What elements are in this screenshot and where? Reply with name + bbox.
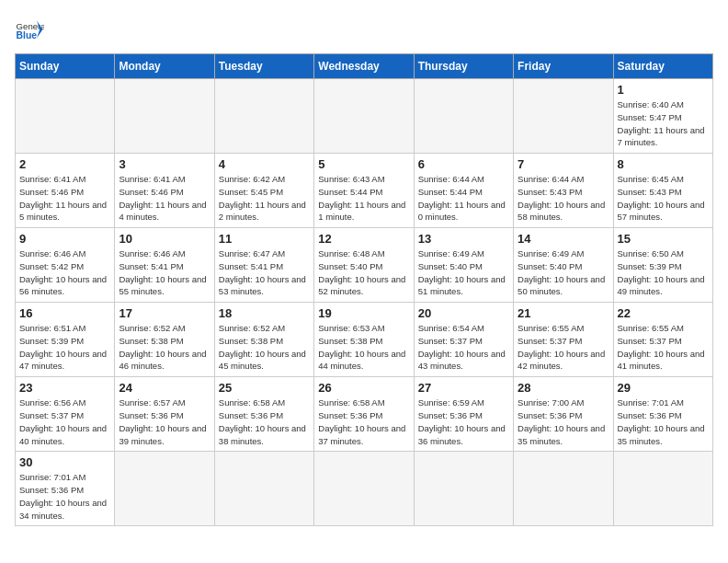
day-number: 21 bbox=[518, 306, 609, 320]
calendar-table: SundayMondayTuesdayWednesdayThursdayFrid… bbox=[15, 53, 713, 526]
calendar-cell: 16Sunrise: 6:51 AMSunset: 5:39 PMDayligh… bbox=[16, 303, 115, 377]
calendar-cell: 22Sunrise: 6:55 AMSunset: 5:37 PMDayligh… bbox=[613, 303, 712, 377]
calendar-cell: 24Sunrise: 6:57 AMSunset: 5:36 PMDayligh… bbox=[115, 377, 214, 452]
day-info: Sunrise: 6:46 AMSunset: 5:41 PMDaylight:… bbox=[119, 247, 210, 298]
day-info: Sunrise: 6:41 AMSunset: 5:46 PMDaylight:… bbox=[19, 173, 110, 224]
calendar-cell: 2Sunrise: 6:41 AMSunset: 5:46 PMDaylight… bbox=[16, 154, 115, 228]
day-number: 11 bbox=[219, 232, 310, 246]
day-info: Sunrise: 6:46 AMSunset: 5:42 PMDaylight:… bbox=[19, 247, 110, 298]
calendar-cell: 8Sunrise: 6:45 AMSunset: 5:43 PMDaylight… bbox=[613, 154, 712, 228]
day-number: 25 bbox=[219, 381, 310, 395]
day-info: Sunrise: 6:52 AMSunset: 5:38 PMDaylight:… bbox=[219, 322, 310, 373]
day-number: 22 bbox=[618, 306, 709, 320]
day-info: Sunrise: 6:41 AMSunset: 5:46 PMDaylight:… bbox=[119, 173, 210, 224]
calendar-cell: 3Sunrise: 6:41 AMSunset: 5:46 PMDaylight… bbox=[115, 154, 214, 228]
calendar-cell: 25Sunrise: 6:58 AMSunset: 5:36 PMDayligh… bbox=[214, 377, 313, 452]
day-info: Sunrise: 6:53 AMSunset: 5:38 PMDaylight:… bbox=[318, 322, 409, 373]
day-number: 9 bbox=[19, 232, 110, 246]
svg-text:Blue: Blue bbox=[17, 30, 38, 40]
day-header-wednesday: Wednesday bbox=[314, 54, 414, 79]
calendar-cell bbox=[214, 452, 313, 526]
day-number: 30 bbox=[19, 455, 110, 469]
calendar-cell: 12Sunrise: 6:48 AMSunset: 5:40 PMDayligh… bbox=[314, 228, 414, 303]
day-number: 26 bbox=[318, 381, 409, 395]
day-number: 14 bbox=[518, 232, 609, 246]
calendar-cell: 17Sunrise: 6:52 AMSunset: 5:38 PMDayligh… bbox=[115, 303, 214, 377]
day-info: Sunrise: 6:50 AMSunset: 5:39 PMDaylight:… bbox=[618, 247, 709, 298]
calendar-week-4: 23Sunrise: 6:56 AMSunset: 5:37 PMDayligh… bbox=[16, 377, 713, 452]
day-header-tuesday: Tuesday bbox=[214, 54, 313, 79]
day-number: 20 bbox=[418, 306, 509, 320]
day-header-monday: Monday bbox=[115, 54, 214, 79]
day-number: 4 bbox=[219, 157, 310, 171]
day-number: 16 bbox=[19, 306, 110, 320]
day-info: Sunrise: 6:44 AMSunset: 5:44 PMDaylight:… bbox=[418, 173, 509, 224]
day-info: Sunrise: 6:45 AMSunset: 5:43 PMDaylight:… bbox=[618, 173, 709, 224]
calendar-cell: 26Sunrise: 6:58 AMSunset: 5:36 PMDayligh… bbox=[314, 377, 414, 452]
calendar-cell: 28Sunrise: 7:00 AMSunset: 5:36 PMDayligh… bbox=[514, 377, 613, 452]
day-info: Sunrise: 7:00 AMSunset: 5:36 PMDaylight:… bbox=[518, 396, 609, 447]
calendar-header-row: SundayMondayTuesdayWednesdayThursdayFrid… bbox=[16, 54, 713, 79]
day-number: 7 bbox=[518, 157, 609, 171]
calendar-cell: 9Sunrise: 6:46 AMSunset: 5:42 PMDaylight… bbox=[16, 228, 115, 303]
calendar-cell bbox=[214, 79, 313, 154]
day-header-sunday: Sunday bbox=[16, 54, 115, 79]
day-number: 2 bbox=[19, 157, 110, 171]
day-number: 28 bbox=[518, 381, 609, 395]
day-info: Sunrise: 6:54 AMSunset: 5:37 PMDaylight:… bbox=[418, 322, 509, 373]
day-number: 12 bbox=[318, 232, 409, 246]
day-info: Sunrise: 7:01 AMSunset: 5:36 PMDaylight:… bbox=[618, 396, 709, 447]
calendar-cell: 4Sunrise: 6:42 AMSunset: 5:45 PMDaylight… bbox=[214, 154, 313, 228]
day-info: Sunrise: 6:51 AMSunset: 5:39 PMDaylight:… bbox=[19, 322, 110, 373]
calendar-cell: 29Sunrise: 7:01 AMSunset: 5:36 PMDayligh… bbox=[613, 377, 712, 452]
day-info: Sunrise: 6:49 AMSunset: 5:40 PMDaylight:… bbox=[518, 247, 609, 298]
calendar-cell: 13Sunrise: 6:49 AMSunset: 5:40 PMDayligh… bbox=[414, 228, 513, 303]
calendar-cell bbox=[115, 79, 214, 154]
day-info: Sunrise: 6:42 AMSunset: 5:45 PMDaylight:… bbox=[219, 173, 310, 224]
day-info: Sunrise: 6:55 AMSunset: 5:37 PMDaylight:… bbox=[618, 322, 709, 373]
calendar-cell: 21Sunrise: 6:55 AMSunset: 5:37 PMDayligh… bbox=[514, 303, 613, 377]
day-header-thursday: Thursday bbox=[414, 54, 513, 79]
calendar-week-5: 30Sunrise: 7:01 AMSunset: 5:36 PMDayligh… bbox=[16, 452, 713, 526]
calendar-week-3: 16Sunrise: 6:51 AMSunset: 5:39 PMDayligh… bbox=[16, 303, 713, 377]
day-info: Sunrise: 6:56 AMSunset: 5:37 PMDaylight:… bbox=[19, 396, 110, 447]
day-number: 5 bbox=[318, 157, 409, 171]
calendar-cell bbox=[613, 452, 712, 526]
day-number: 10 bbox=[119, 232, 210, 246]
day-info: Sunrise: 6:55 AMSunset: 5:37 PMDaylight:… bbox=[518, 322, 609, 373]
calendar-cell bbox=[314, 452, 414, 526]
day-info: Sunrise: 6:58 AMSunset: 5:36 PMDaylight:… bbox=[219, 396, 310, 447]
day-number: 23 bbox=[19, 381, 110, 395]
day-info: Sunrise: 6:48 AMSunset: 5:40 PMDaylight:… bbox=[318, 247, 409, 298]
calendar-week-2: 9Sunrise: 6:46 AMSunset: 5:42 PMDaylight… bbox=[16, 228, 713, 303]
calendar-cell: 15Sunrise: 6:50 AMSunset: 5:39 PMDayligh… bbox=[613, 228, 712, 303]
day-number: 24 bbox=[119, 381, 210, 395]
calendar-cell: 11Sunrise: 6:47 AMSunset: 5:41 PMDayligh… bbox=[214, 228, 313, 303]
day-number: 13 bbox=[418, 232, 509, 246]
calendar-cell: 5Sunrise: 6:43 AMSunset: 5:44 PMDaylight… bbox=[314, 154, 414, 228]
day-info: Sunrise: 6:40 AMSunset: 5:47 PMDaylight:… bbox=[618, 98, 709, 149]
calendar-cell: 27Sunrise: 6:59 AMSunset: 5:36 PMDayligh… bbox=[414, 377, 513, 452]
day-number: 29 bbox=[618, 381, 709, 395]
calendar-cell: 23Sunrise: 6:56 AMSunset: 5:37 PMDayligh… bbox=[16, 377, 115, 452]
calendar-cell bbox=[414, 79, 513, 154]
calendar-cell: 20Sunrise: 6:54 AMSunset: 5:37 PMDayligh… bbox=[414, 303, 513, 377]
calendar-cell bbox=[414, 452, 513, 526]
day-info: Sunrise: 6:52 AMSunset: 5:38 PMDaylight:… bbox=[119, 322, 210, 373]
calendar-cell bbox=[115, 452, 214, 526]
calendar-cell bbox=[314, 79, 414, 154]
day-info: Sunrise: 6:44 AMSunset: 5:43 PMDaylight:… bbox=[518, 173, 609, 224]
calendar-cell bbox=[16, 79, 115, 154]
day-number: 8 bbox=[618, 157, 709, 171]
page-header: General Blue bbox=[15, 15, 713, 44]
calendar-cell: 19Sunrise: 6:53 AMSunset: 5:38 PMDayligh… bbox=[314, 303, 414, 377]
day-info: Sunrise: 6:59 AMSunset: 5:36 PMDaylight:… bbox=[418, 396, 509, 447]
day-number: 3 bbox=[119, 157, 210, 171]
calendar-cell bbox=[514, 79, 613, 154]
day-number: 18 bbox=[219, 306, 310, 320]
logo: General Blue bbox=[15, 15, 44, 44]
calendar-cell: 10Sunrise: 6:46 AMSunset: 5:41 PMDayligh… bbox=[115, 228, 214, 303]
day-number: 1 bbox=[618, 83, 709, 97]
day-info: Sunrise: 6:47 AMSunset: 5:41 PMDaylight:… bbox=[219, 247, 310, 298]
day-info: Sunrise: 6:49 AMSunset: 5:40 PMDaylight:… bbox=[418, 247, 509, 298]
